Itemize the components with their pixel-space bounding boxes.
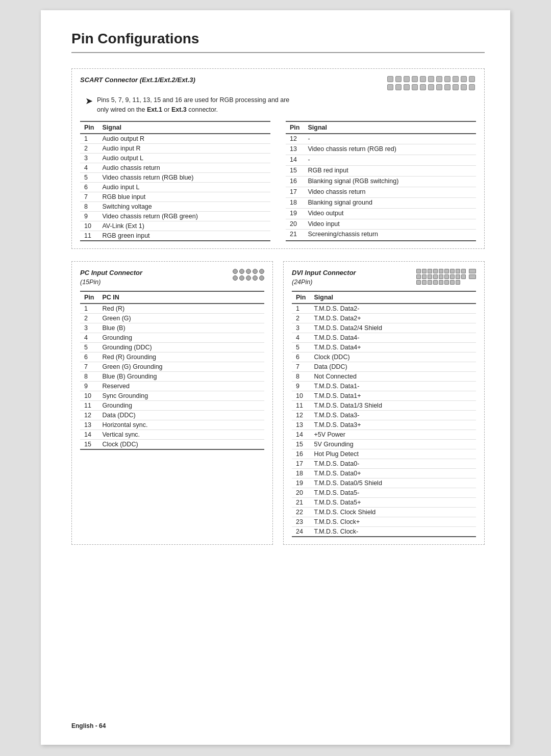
pin-number: 6 [292,352,310,362]
signal-name: T.M.D.S. Data1- [310,381,476,391]
signal-name: Screening/chassis return [304,230,476,241]
table-row: 14+5V Power [292,430,476,439]
pin-number: 1 [80,304,98,314]
pc-in-signal: Red (R) [98,304,264,314]
signal-name: Video chassis return (RGB green) [98,211,270,221]
pin-number: 14 [286,155,304,166]
table-row: 9Video chassis return (RGB green) [80,211,270,221]
signal-name: Video input [304,219,476,230]
signal-name: T.M.D.S. Data0/5 Shield [310,478,476,488]
table-row: 4Grounding [80,333,264,342]
scart-right-col-signal: Signal [304,121,476,134]
signal-name: Clock (DDC) [310,352,476,362]
pc-in-signal: Blue (B) [98,323,264,333]
pc-in-signal: Red (R) Grounding [98,352,264,362]
signal-name: Video chassis return [304,187,476,197]
signal-name: T.M.D.S. Data0+ [310,468,476,478]
pin-number: 4 [80,333,98,342]
signal-name: AV-Link (Ext 1) [98,221,270,231]
table-row: 22T.M.D.S. Clock Shield [292,507,476,517]
signal-name: Data (DDC) [310,362,476,371]
pin-number: 1 [80,134,98,144]
table-row: 8Not Connected [292,371,476,381]
scart-tables: Pin Signal 1Audio output R2Audio input R… [80,121,476,241]
pin-number: 10 [80,221,98,231]
signal-name: Hot Plug Detect [310,449,476,459]
scart-left-table: Pin Signal 1Audio output R2Audio input R… [80,121,270,241]
pin-number: 8 [80,371,98,381]
signal-name: T.M.D.S. Data1+ [310,391,476,400]
pin-number: 18 [286,197,304,208]
scart-left-col-signal: Signal [98,121,270,134]
pin-number: 11 [292,400,310,410]
scart-connector-icon [387,76,476,91]
pin-number: 7 [292,362,310,371]
pin-number: 20 [286,219,304,230]
table-row: 18Blanking signal ground [286,197,476,208]
table-row: 5T.M.D.S. Data4+ [292,342,476,352]
pc-col-pin: Pin [80,291,98,304]
table-row: 15RGB red input [286,166,476,177]
pin-number: 16 [292,449,310,459]
pin-number: 1 [292,304,310,314]
table-row: 17Video chassis return [286,187,476,197]
table-row: 4Audio chassis return [80,163,270,172]
pin-number: 3 [80,153,98,163]
pin-number: 7 [80,362,98,371]
scart-right-table: Pin Signal 12-13Video chassis return (RG… [286,121,476,241]
table-row: 1Audio output R [80,134,270,144]
scart-left-col-pin: Pin [80,121,98,134]
dvi-header-label: DVI Input Connector [292,269,356,276]
table-row: 15Clock (DDC) [80,439,264,449]
signal-name: T.M.D.S. Clock Shield [310,507,476,517]
pc-in-signal: Reserved [98,381,264,391]
signal-name: T.M.D.S. Data2+ [310,313,476,323]
bottom-sections: PC Input Connector (15Pin) Pin PC I [71,261,485,545]
signal-name: Blanking signal (RGB switching) [304,177,476,187]
pin-number: 17 [286,187,304,197]
table-row: 3T.M.D.S. Data2/4 Shield [292,323,476,333]
dvi-section: DVI Input Connector (24Pin) [283,261,485,545]
pin-number: 10 [80,391,98,400]
pin-number: 17 [292,459,310,468]
signal-name: Audio output R [98,134,270,144]
pin-number: 21 [292,497,310,507]
pin-number: 5 [292,342,310,352]
pc-header-row: PC Input Connector (15Pin) [80,269,264,286]
scart-note: ➤ Pins 5, 7, 9, 11, 13, 15 and 16 are us… [80,95,476,115]
signal-name: Blanking signal ground [304,197,476,208]
pc-in-signal: Blue (B) Grounding [98,371,264,381]
table-row: 7RGB blue input [80,192,270,201]
pin-number: 4 [292,333,310,342]
table-row: 21Screening/chassis return [286,230,476,241]
pin-number: 9 [80,381,98,391]
pin-number: 21 [286,230,304,241]
table-row: 2Audio input R [80,143,270,153]
pin-number: 8 [80,201,98,211]
signal-name: T.M.D.S. Data4- [310,333,476,342]
table-row: 9T.M.D.S. Data1- [292,381,476,391]
table-row: 9Reserved [80,381,264,391]
signal-name: Video output [304,208,476,219]
pin-number: 15 [80,439,98,449]
signal-name: T.M.D.S. Data5- [310,488,476,497]
dvi-header-text: DVI Input Connector (24Pin) [292,269,356,286]
table-row: 3Audio output L [80,153,270,163]
table-row: 1T.M.D.S. Data2- [292,304,476,314]
pin-number: 15 [292,439,310,449]
table-row: 6Red (R) Grounding [80,352,264,362]
pc-in-signal: Grounding (DDC) [98,342,264,352]
pin-number: 13 [292,420,310,430]
signal-name: Video chassis return (RGB blue) [98,172,270,182]
signal-name: +5V Power [310,430,476,439]
pin-number: 6 [80,352,98,362]
table-row: 12- [286,134,476,144]
signal-name: Audio chassis return [98,163,270,172]
table-row: 10Sync Grounding [80,391,264,400]
table-row: 10T.M.D.S. Data1+ [292,391,476,400]
dvi-header-row: DVI Input Connector (24Pin) [292,269,476,286]
table-row: 13T.M.D.S. Data3+ [292,420,476,430]
table-row: 155V Grounding [292,439,476,449]
signal-name: T.M.D.S. Data4+ [310,342,476,352]
scart-note-text: Pins 5, 7, 9, 11, 13, 15 and 16 are used… [97,95,289,115]
